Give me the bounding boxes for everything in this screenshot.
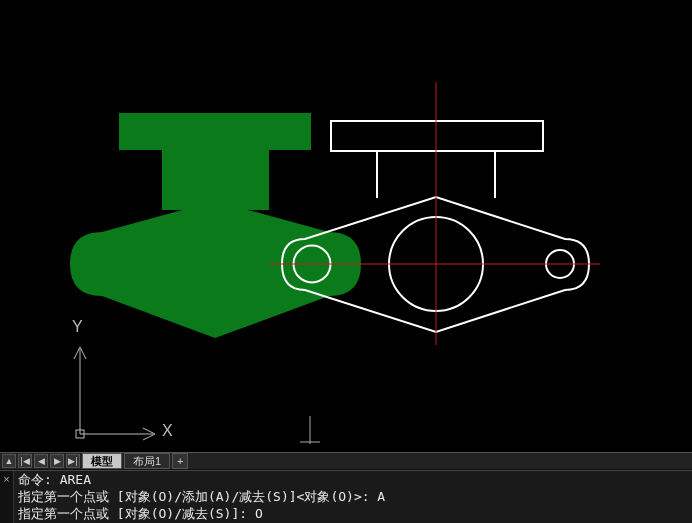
svg-rect-0: [119, 113, 311, 150]
tab-collapse-button[interactable]: ▲: [2, 454, 16, 468]
tab-layout1[interactable]: 布局1: [124, 453, 170, 469]
command-line: 命令: AREA: [18, 471, 692, 488]
tab-model[interactable]: 模型: [82, 453, 122, 469]
layout-tab-strip: ▲ |◀ ◀ ▶ ▶| 模型 布局1 +: [0, 452, 692, 470]
tab-prev-button[interactable]: ◀: [34, 454, 48, 468]
command-close-button[interactable]: ×: [0, 471, 14, 523]
tab-first-button[interactable]: |◀: [18, 454, 32, 468]
ucs-y-label: Y: [72, 318, 83, 336]
command-panel: × 命令: AREA 指定第一个点或 [对象(O)/添加(A)/减去(S)]<对…: [0, 470, 692, 523]
drawing-canvas[interactable]: Y X: [0, 0, 692, 452]
command-line: 指定第一个点或 [对象(O)/添加(A)/减去(S)]<对象(O)>: A: [18, 488, 692, 505]
command-line: 指定第一个点或 [对象(O)/减去(S)]: O: [18, 505, 692, 522]
svg-rect-1: [162, 150, 269, 210]
ucs-icon: Y X: [68, 324, 188, 444]
tab-next-button[interactable]: ▶: [50, 454, 64, 468]
ucs-x-label: X: [162, 422, 173, 440]
command-history[interactable]: 命令: AREA 指定第一个点或 [对象(O)/添加(A)/减去(S)]<对象(…: [14, 471, 692, 523]
tab-add-button[interactable]: +: [172, 453, 188, 469]
green-flange-shape: [70, 113, 361, 338]
svg-rect-2: [331, 121, 543, 151]
tab-last-button[interactable]: ▶|: [66, 454, 80, 468]
